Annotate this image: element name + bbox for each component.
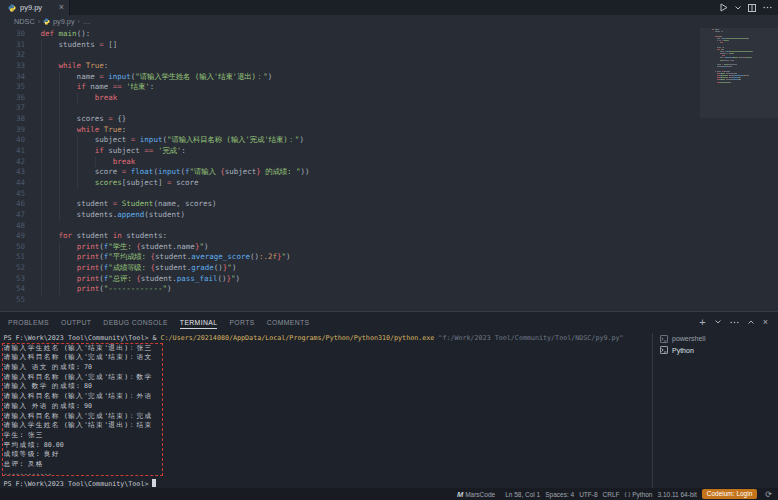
code-line-45[interactable]: 45 (0, 189, 778, 200)
code-line-50[interactable]: 50 print(f"学生: {student.name}") (0, 242, 778, 253)
close-panel-icon[interactable]: × (763, 318, 768, 327)
statusbar-eol[interactable]: CRLF (603, 491, 620, 498)
minimap-line (726, 38, 748, 39)
code-line-54[interactable]: 54 print("------------") (0, 284, 778, 295)
code-token: : (104, 61, 109, 70)
code-line-49[interactable]: 49 for student in students: (0, 231, 778, 242)
code-line-37[interactable]: 37 (0, 103, 778, 114)
code-line-40[interactable]: 40 subject = input("请输入科目名称 (输入'完成'结束)："… (0, 135, 778, 146)
breadcrumb-separator-icon: › (38, 18, 40, 25)
code-token: () (217, 274, 226, 283)
code-token: '结束' (126, 82, 149, 91)
line-number: 52 (0, 263, 25, 274)
terminal-line: 成绩等级: 良好 (4, 450, 649, 460)
code-line-48[interactable]: 48 (0, 221, 778, 232)
code-line-30[interactable]: 30def main(): (0, 29, 778, 40)
terminal-line: 请输入学生姓名 (输入'结束'退出)：张三 (4, 344, 649, 354)
panel-tab-debug-console[interactable]: DEBUG CONSOLE (103, 312, 168, 332)
breadcrumb: NDSC › py9.py › … (0, 15, 778, 28)
minimap-slider[interactable] (700, 28, 778, 118)
code-line-32[interactable]: 32 (0, 50, 778, 61)
code-line-36[interactable]: 36 break (0, 93, 778, 104)
terminal-output[interactable]: PS F:\Work\2023 Tool\Community\Tool> & C… (4, 334, 649, 490)
code-line-39[interactable]: 39 while True: (0, 125, 778, 136)
split-editor-icon[interactable] (748, 4, 756, 12)
line-number: 51 (0, 252, 25, 263)
minimap-line (727, 73, 735, 74)
code-line-33[interactable]: 33 while True: (0, 61, 778, 72)
terminal-segment: 请输入 外语 的成绩: 90 (4, 402, 93, 410)
code-line-51[interactable]: 51 print(f"平均成绩: {student.average_score(… (0, 252, 778, 263)
code-line-41[interactable]: 41 if subject == '完成': (0, 146, 778, 157)
breadcrumb-item-file[interactable]: py9.py (53, 17, 75, 26)
terminal-session-python[interactable]: Python (653, 345, 778, 357)
run-dropdown-chevron-icon[interactable] (735, 6, 741, 10)
terminal-segment: ------------ (4, 470, 52, 478)
tab-py9[interactable]: py9.py × (0, 0, 70, 15)
statusbar-indentation[interactable]: Spaces: 4 (545, 491, 574, 498)
new-terminal-icon[interactable]: + (699, 318, 705, 327)
breadcrumb-separator-icon: › (78, 18, 80, 25)
terminal-segment: 总评: 及格 (4, 460, 44, 468)
minimap-line (728, 64, 737, 65)
tab-close-icon[interactable]: × (59, 3, 64, 12)
panel-tab-comments[interactable]: COMMENTS (267, 312, 310, 332)
sync-icon[interactable]: ⟳ (765, 490, 772, 499)
statusbar-cursor-position[interactable]: Ln 58, Col 1 (505, 491, 540, 498)
minimap-line (748, 75, 749, 76)
code-token: {} (113, 114, 127, 123)
code-line-52[interactable]: 52 print(f"成绩等级: {student.grade()}") (0, 263, 778, 274)
line-number: 30 (0, 29, 25, 40)
code-line-43[interactable]: 43 score = float(input(f"请输入 {subject} 的… (0, 167, 778, 178)
panel-tab-problems[interactable]: PROBLEMS (8, 312, 49, 332)
code-token: "学生: (108, 242, 136, 251)
code-line-44[interactable]: 44 scores[subject] = score (0, 178, 778, 189)
code-line-55[interactable]: 55 (0, 295, 778, 306)
code-token: if (77, 82, 86, 91)
statusbar-marscode[interactable]: M MarsCode (457, 490, 495, 499)
minimap-line (717, 71, 721, 72)
breadcrumb-item-folder[interactable]: NDSC (14, 17, 35, 26)
editor-code-area[interactable]: 30def main():31 students = []3233 while … (0, 29, 778, 312)
statusbar-language[interactable]: { } Python (625, 491, 653, 498)
statusbar-encoding[interactable]: UTF-8 (579, 491, 597, 498)
breadcrumb-item-symbol[interactable]: … (83, 17, 90, 26)
terminal-line: 请输入学生姓名 (输入'结束'退出)：结束 (4, 421, 649, 431)
maximize-panel-icon[interactable] (748, 320, 754, 324)
statusbar-codeium-login[interactable]: Codeium: Login (702, 489, 758, 499)
panel-tab-terminal[interactable]: TERMINAL (180, 312, 218, 332)
code-line-34[interactable]: 34 name = input("请输入学生姓名 (输入'结束'退出)：") (0, 72, 778, 83)
code-line-46[interactable]: 46 student = Student(name, scores) (0, 199, 778, 210)
code-token (41, 125, 77, 134)
panel-tab-ports[interactable]: PORTS (229, 312, 254, 332)
more-actions-icon[interactable] (763, 6, 772, 9)
statusbar-interpreter[interactable]: 3.10.11 64-bit (657, 491, 696, 498)
session-label: powershell (672, 335, 705, 342)
terminal-segment: 请输入科目名称 (输入'完成'结束)：语文 (4, 353, 153, 361)
code-line-42[interactable]: 42 break (0, 157, 778, 168)
code-line-38[interactable]: 38 scores = {} (0, 114, 778, 125)
code-line-31[interactable]: 31 students = [] (0, 40, 778, 51)
code-token: student (41, 199, 113, 208)
terminal-line: 请输入 数学 的成绩: 80 (4, 382, 649, 392)
code-token: student (72, 231, 113, 240)
code-token (41, 146, 95, 155)
code-token: "------------" (104, 284, 167, 293)
panel-more-icon[interactable] (730, 321, 739, 324)
run-button[interactable] (720, 3, 728, 12)
panel-tab-output[interactable]: OUTPUT (61, 312, 91, 332)
code-token: subject (104, 146, 145, 155)
code-token: in (113, 231, 122, 240)
code-token: break (113, 157, 136, 166)
code-line-47[interactable]: 47 students.append(student) (0, 210, 778, 221)
terminal-session-powershell[interactable]: powershell (653, 333, 778, 345)
code-token: main (59, 29, 77, 38)
code-line-35[interactable]: 35 if name == '结束': (0, 82, 778, 93)
indent-guide (41, 50, 42, 61)
terminal-segment: 平均成绩: 80.00 (4, 441, 64, 449)
line-number: 45 (0, 189, 25, 200)
terminal-dropdown-chevron-icon[interactable] (715, 320, 721, 324)
line-number: 53 (0, 274, 25, 285)
code-line-53[interactable]: 53 print(f"总评: {student.pass_fail()}") (0, 274, 778, 285)
minimap[interactable] (700, 28, 778, 311)
